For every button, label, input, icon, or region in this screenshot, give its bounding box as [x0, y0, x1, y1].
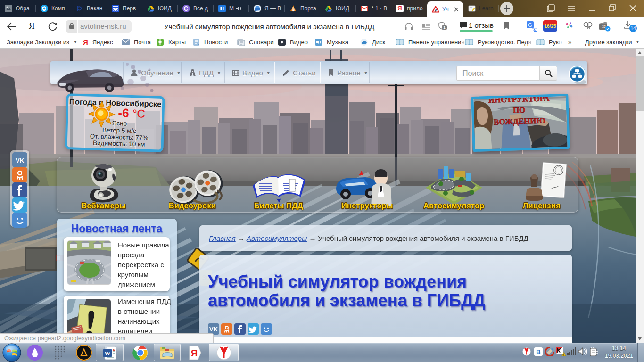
- svg-text:32: 32: [602, 25, 606, 28]
- svg-text:ПО: ПО: [513, 106, 526, 115]
- svg-text:W: W: [105, 350, 111, 357]
- svg-text:G: G: [528, 22, 532, 28]
- svg-text:Я: Я: [191, 348, 198, 358]
- svg-text:1: 1: [443, 25, 446, 30]
- svg-text:VK: VK: [209, 326, 218, 333]
- svg-text:ВОЖДЕНИЮ: ВОЖДЕНИЮ: [494, 116, 545, 126]
- svg-text:14: 14: [630, 26, 636, 31]
- svg-text:VK: VK: [16, 157, 25, 164]
- svg-text:у: у: [435, 8, 437, 12]
- svg-text:B: B: [536, 348, 540, 355]
